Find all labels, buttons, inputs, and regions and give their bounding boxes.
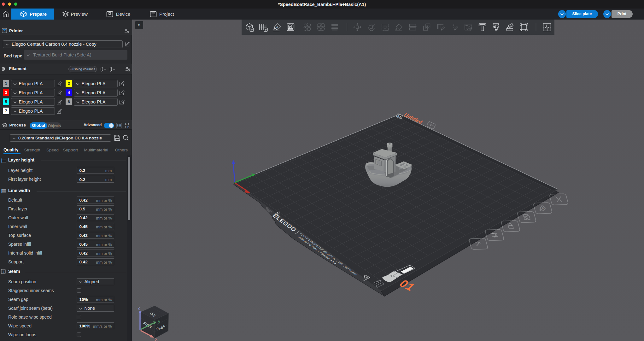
svg-text:B: B xyxy=(127,126,130,128)
svg-text:x: x xyxy=(155,337,157,341)
svg-text:z: z xyxy=(138,305,140,310)
svg-text:A: A xyxy=(125,123,127,126)
svg-text:y: y xyxy=(158,319,160,324)
